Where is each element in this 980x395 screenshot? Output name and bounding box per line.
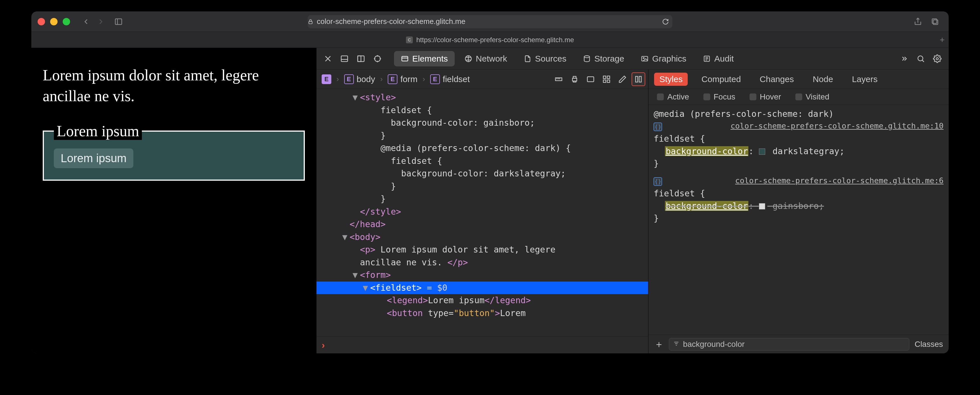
console-prompt[interactable]: ›	[317, 336, 648, 354]
close-window-button[interactable]	[38, 18, 45, 25]
network-icon	[465, 55, 473, 63]
dom-tree-line[interactable]: }	[317, 129, 648, 142]
dom-tree-line[interactable]: </head>	[317, 218, 648, 231]
svg-rect-32	[573, 76, 576, 78]
dom-tree-line[interactable]: fieldset {	[317, 104, 648, 117]
rule-source-link[interactable]: color-scheme-prefers-color-scheme.glitch…	[730, 120, 943, 131]
settings-devtools-button[interactable]	[931, 52, 944, 65]
ruler-tool-button[interactable]	[552, 72, 565, 86]
minimize-window-button[interactable]	[50, 18, 57, 25]
color-swatch[interactable]	[759, 148, 765, 155]
styles-tab-styles[interactable]: Styles	[654, 73, 688, 86]
dom-tree-line[interactable]: background-color: darkslategray;	[317, 167, 648, 180]
css-property-name[interactable]: background-color	[665, 201, 748, 211]
page-button[interactable]: Lorem ipsum	[54, 148, 133, 168]
new-rule-button[interactable]: ＋	[654, 338, 664, 351]
search-devtools-button[interactable]	[914, 52, 928, 65]
sidebar-toggle-button[interactable]	[111, 14, 126, 29]
tab-audit-label: Audit	[714, 54, 733, 64]
paint-flash-button[interactable]	[616, 72, 629, 86]
zoom-window-button[interactable]	[63, 18, 70, 25]
breadcrumb-fieldset[interactable]: Efieldset	[428, 73, 472, 85]
dom-tree-line[interactable]: </style>	[317, 205, 648, 218]
share-button[interactable]	[910, 14, 925, 29]
rule-icon[interactable]: {}	[654, 123, 662, 131]
dom-tree-line[interactable]: ▼<body>	[317, 231, 648, 244]
dom-tree-line[interactable]: }	[317, 193, 648, 205]
styles-filter-input[interactable]: background-color	[669, 338, 909, 350]
styles-tab-computed[interactable]: Computed	[696, 73, 746, 86]
classes-button[interactable]: Classes	[915, 340, 943, 349]
grid-overlay-button[interactable]	[600, 72, 613, 86]
dom-tree-line[interactable]: ▼<form>	[317, 269, 648, 282]
dock-bottom-button[interactable]	[337, 52, 351, 65]
breadcrumb-root[interactable]: E	[319, 73, 334, 85]
dock-side-button[interactable]	[354, 52, 368, 65]
dom-breadcrumb-row: E › Ebody › Eform › Efieldset	[317, 70, 648, 89]
rule-icon[interactable]: {}	[654, 177, 662, 186]
pseudo-focus[interactable]: Focus	[703, 92, 735, 102]
graphics-icon	[641, 55, 649, 63]
css-property-name[interactable]: background-color	[665, 146, 748, 156]
breadcrumb-form[interactable]: Eform	[385, 73, 420, 85]
titlebar-right	[910, 14, 942, 29]
css-rules-list[interactable]: @media (prefers-color-scheme: dark) {} c…	[648, 105, 949, 334]
page-paragraph: Lorem ipsum dolor sit amet, legere ancil…	[43, 65, 305, 107]
dom-tree-line[interactable]: <button type="button">Lorem	[317, 307, 648, 320]
svg-rect-31	[573, 78, 577, 81]
dom-tree-line[interactable]: ancillae ne vis. </p>	[317, 256, 648, 269]
pseudo-hover[interactable]: Hover	[749, 92, 781, 102]
browser-window: color-scheme-prefers-color-scheme.glitch…	[31, 11, 949, 354]
close-devtools-button[interactable]	[321, 52, 335, 65]
viewport-button[interactable]	[584, 72, 597, 86]
dom-tree-line[interactable]: ▼<fieldset> = $0	[317, 282, 648, 295]
tabs-overview-button[interactable]	[928, 14, 942, 29]
dom-tree-line[interactable]: fieldset {	[317, 155, 648, 167]
svg-rect-2	[309, 21, 312, 24]
rule-source-link[interactable]: color-scheme-prefers-color-scheme.glitch…	[735, 175, 944, 186]
styles-tab-layers[interactable]: Layers	[847, 73, 883, 86]
tab-graphics[interactable]: Graphics	[634, 51, 693, 66]
devtools-main: E › Ebody › Eform › Efieldset	[317, 70, 949, 354]
breadcrumb-body[interactable]: Ebody	[342, 73, 377, 85]
styles-tab-changes[interactable]: Changes	[755, 73, 799, 86]
forward-button[interactable]	[94, 14, 108, 29]
print-styles-button[interactable]	[568, 72, 581, 86]
inspect-element-button[interactable]	[371, 52, 384, 65]
color-swatch[interactable]	[759, 203, 765, 209]
sources-icon	[523, 55, 531, 63]
devtools: Elements Network Sources Storage Graphic…	[316, 48, 949, 354]
pseudo-visited[interactable]: Visited	[795, 92, 830, 102]
svg-rect-36	[608, 76, 610, 78]
url-bar[interactable]: color-scheme-prefers-color-scheme.glitch…	[308, 15, 672, 28]
tab-strip: C https://color-scheme-prefers-color-sch…	[31, 32, 949, 48]
styles-tab-node[interactable]: Node	[808, 73, 838, 86]
svg-rect-21	[642, 56, 648, 61]
reload-icon[interactable]	[662, 18, 669, 25]
styles-tabs: Styles Computed Changes Node Layers	[648, 70, 949, 89]
dom-tree[interactable]: ▼<style> fieldset { background-color: ga…	[317, 89, 648, 336]
tab-network-label: Network	[476, 54, 507, 64]
dom-tree-line[interactable]: <p> Lorem ipsum dolor sit amet, legere	[317, 244, 648, 256]
tab-title[interactable]: https://color-scheme-prefers-color-schem…	[416, 36, 574, 44]
dom-tree-line[interactable]: }	[317, 180, 648, 193]
tab-audit[interactable]: Audit	[696, 51, 740, 66]
svg-rect-0	[115, 19, 122, 24]
dom-tree-line[interactable]: ▼<style>	[317, 91, 648, 104]
tab-storage[interactable]: Storage	[576, 51, 631, 66]
tab-sources[interactable]: Sources	[517, 51, 573, 66]
compositing-borders-button[interactable]	[632, 72, 645, 86]
tab-network[interactable]: Network	[458, 51, 514, 66]
dom-tree-line[interactable]: background-color: gainsboro;	[317, 116, 648, 129]
pseudo-active[interactable]: Active	[657, 92, 689, 102]
back-button[interactable]	[79, 14, 94, 29]
css-property-value[interactable]: gainsboro	[773, 201, 819, 211]
css-property-value[interactable]: darkslategray	[773, 146, 840, 156]
dom-tree-line[interactable]: @media (prefers-color-scheme: dark) {	[317, 142, 648, 155]
new-tab-button[interactable]: +	[940, 35, 945, 45]
dom-tree-line[interactable]: <legend>Lorem ipsum</legend>	[317, 294, 648, 307]
rule-selector: fieldset	[654, 188, 695, 198]
filter-icon	[673, 340, 679, 349]
overflow-tabs-button[interactable]	[897, 52, 911, 65]
tab-elements[interactable]: Elements	[394, 51, 455, 66]
